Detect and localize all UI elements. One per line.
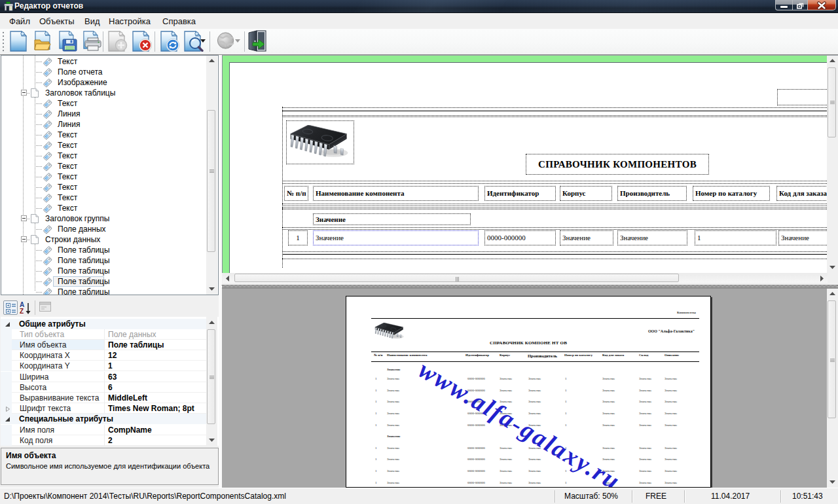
svg-text:Z: Z xyxy=(20,308,24,315)
